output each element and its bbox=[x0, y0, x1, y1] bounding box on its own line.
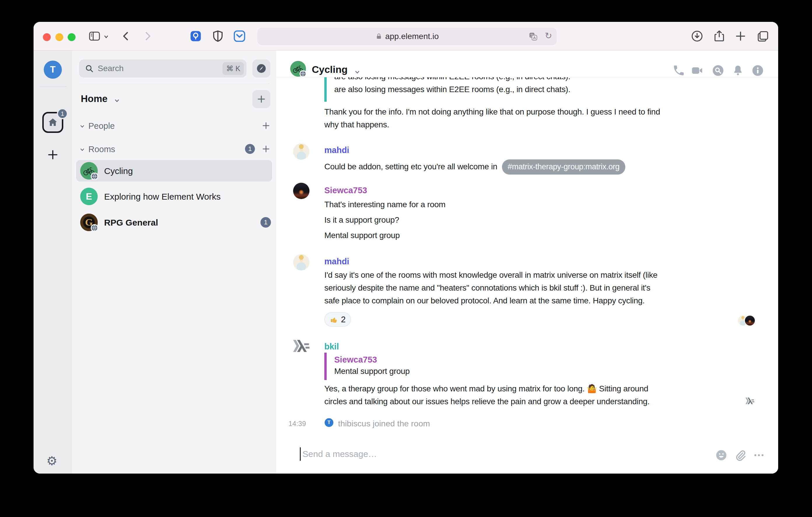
home-icon bbox=[47, 117, 58, 128]
list-divider bbox=[79, 84, 269, 84]
avatar-bkil[interactable] bbox=[293, 339, 310, 354]
rooms-unread-badge: 1 bbox=[245, 144, 255, 154]
more-options-button[interactable] bbox=[753, 449, 765, 462]
add-button[interactable] bbox=[252, 90, 270, 108]
shield-extension-icon[interactable] bbox=[211, 29, 225, 43]
new-tab-button[interactable] bbox=[734, 29, 747, 43]
forward-button[interactable] bbox=[141, 29, 154, 43]
section-people[interactable]: People bbox=[79, 121, 115, 131]
add-people-button[interactable] bbox=[262, 121, 270, 130]
chevron-down-icon bbox=[79, 123, 85, 129]
message-timeline[interactable]: are also losing messages within E2EE roo… bbox=[276, 77, 778, 442]
minimize-window-button[interactable] bbox=[55, 33, 63, 41]
receipt-avatar-bkil[interactable] bbox=[746, 397, 754, 406]
video-call-button[interactable] bbox=[691, 64, 703, 77]
event-text: thibiscus joined the room bbox=[338, 418, 430, 429]
text-caret bbox=[300, 447, 301, 461]
reaction-count: 2 bbox=[341, 315, 346, 324]
share-button[interactable] bbox=[713, 29, 726, 43]
avatar-siewca753[interactable] bbox=[293, 183, 310, 199]
room-header-avatar[interactable] bbox=[290, 61, 306, 77]
event-avatar-thibiscus[interactable]: T bbox=[325, 418, 334, 427]
rail-divider bbox=[39, 86, 66, 87]
add-room-button[interactable] bbox=[262, 145, 270, 153]
sender-name[interactable]: mahdi bbox=[324, 255, 349, 268]
room-name: Exploring how Element Works bbox=[104, 192, 221, 202]
message-composer[interactable]: Send a message… bbox=[276, 436, 778, 474]
emoji-picker-button[interactable] bbox=[715, 449, 728, 462]
zoom-window-button[interactable] bbox=[68, 33, 76, 41]
room-title[interactable]: Cycling bbox=[312, 64, 348, 75]
message-line: seriously despite the name and "heaters"… bbox=[324, 281, 658, 294]
search-icon bbox=[85, 64, 94, 73]
sidebar-chevron-down-icon[interactable] bbox=[103, 33, 109, 40]
section-label: Rooms bbox=[88, 145, 115, 154]
message-body: Could be addon, setting etc you're all w… bbox=[324, 159, 625, 175]
compass-icon bbox=[256, 63, 267, 74]
room-name: Cycling bbox=[104, 166, 133, 176]
user-avatar[interactable]: T bbox=[44, 61, 62, 79]
timeline-event: 14:39 T thibiscus joined the room bbox=[276, 418, 778, 429]
message-line: Yes, a therapy group for those who went … bbox=[324, 383, 649, 395]
event-timestamp: 14:39 bbox=[288, 420, 306, 428]
downloads-button[interactable] bbox=[690, 29, 704, 43]
reaction-pill[interactable]: 2 bbox=[324, 312, 351, 327]
message-body: Thank you for the info. I'm not doing an… bbox=[324, 105, 660, 131]
password-manager-extension-icon[interactable] bbox=[189, 29, 203, 43]
url-bar[interactable]: app.element.io 文A ↻ bbox=[258, 28, 556, 45]
room-unread-badge: 1 bbox=[260, 217, 271, 227]
room-item-exploring[interactable]: E Exploring how Element Works bbox=[76, 186, 272, 207]
room-item-cycling[interactable]: Cycling bbox=[76, 160, 272, 182]
receipt-avatar-siewca753[interactable] bbox=[744, 315, 755, 326]
message-line: Is it a support group? bbox=[324, 214, 399, 226]
home-unread-badge: 1 bbox=[57, 108, 68, 119]
room-search-button[interactable] bbox=[712, 64, 725, 77]
settings-gear-icon[interactable]: ⚙ bbox=[47, 455, 57, 467]
room-item-rpg-general[interactable]: G RPG General 1 bbox=[76, 212, 272, 233]
room-avatar: E bbox=[80, 188, 98, 205]
composer-placeholder: Send a message… bbox=[302, 449, 377, 459]
space-chevron-down-icon[interactable] bbox=[113, 97, 120, 104]
pocket-extension-icon[interactable] bbox=[232, 29, 246, 43]
message-text: Could be addon, setting etc you're all w… bbox=[324, 162, 497, 171]
reply-quote[interactable]: are also losing messages within E2EE roo… bbox=[324, 77, 570, 102]
quote-clipped-line: are also losing messages within E2EE roo… bbox=[334, 77, 570, 83]
attachment-button[interactable] bbox=[734, 449, 747, 462]
space-name[interactable]: Home bbox=[81, 93, 108, 104]
avatar-mahdi[interactable] bbox=[293, 143, 310, 160]
thumbs-up-icon bbox=[329, 315, 338, 324]
create-space-button[interactable] bbox=[47, 148, 59, 161]
search-input[interactable]: Search ⌘ K bbox=[79, 59, 246, 78]
tab-overview-button[interactable] bbox=[756, 29, 770, 43]
message-body: I'd say it's one of the rooms with most … bbox=[324, 269, 658, 307]
message-line: safe place to complain on our beloved pr… bbox=[324, 294, 658, 307]
sidebar-toggle-icon[interactable] bbox=[88, 29, 101, 43]
room-avatar bbox=[80, 162, 98, 180]
public-room-globe-icon bbox=[91, 173, 98, 180]
explore-rooms-button[interactable] bbox=[252, 59, 270, 78]
reply-quote[interactable]: Siewca753 Mental support group bbox=[324, 353, 410, 380]
sender-name[interactable]: mahdi bbox=[324, 144, 349, 156]
message-line: why that happens. bbox=[324, 118, 660, 131]
reload-icon[interactable]: ↻ bbox=[545, 31, 552, 41]
overflow-dots-icon bbox=[753, 449, 765, 461]
search-placeholder: Search bbox=[98, 64, 223, 73]
message-line: I'd say it's one of the rooms with most … bbox=[324, 269, 658, 281]
notifications-button[interactable] bbox=[731, 64, 744, 77]
voice-call-button[interactable] bbox=[672, 64, 685, 77]
search-shortcut: ⌘ K bbox=[223, 62, 244, 75]
spaces-rail: T 1 ⚙ bbox=[33, 51, 72, 474]
section-rooms[interactable]: Rooms bbox=[79, 145, 115, 154]
close-window-button[interactable] bbox=[43, 33, 51, 41]
room-info-button[interactable] bbox=[751, 64, 764, 77]
room-alias-pill[interactable]: #matrix-therapy-group:matrix.org bbox=[502, 159, 626, 175]
room-name: RPG General bbox=[104, 218, 158, 227]
sender-name[interactable]: Siewca753 bbox=[324, 184, 367, 197]
room-chevron-down-icon[interactable] bbox=[354, 68, 361, 75]
translate-icon[interactable]: 文A bbox=[528, 31, 538, 41]
browser-toolbar: app.element.io 文A ↻ bbox=[33, 22, 778, 51]
avatar-mahdi[interactable] bbox=[293, 254, 310, 270]
sender-name[interactable]: bkil bbox=[324, 340, 339, 353]
message-line: Thank you for the info. I'm not doing an… bbox=[324, 105, 660, 118]
back-button[interactable] bbox=[119, 29, 133, 43]
